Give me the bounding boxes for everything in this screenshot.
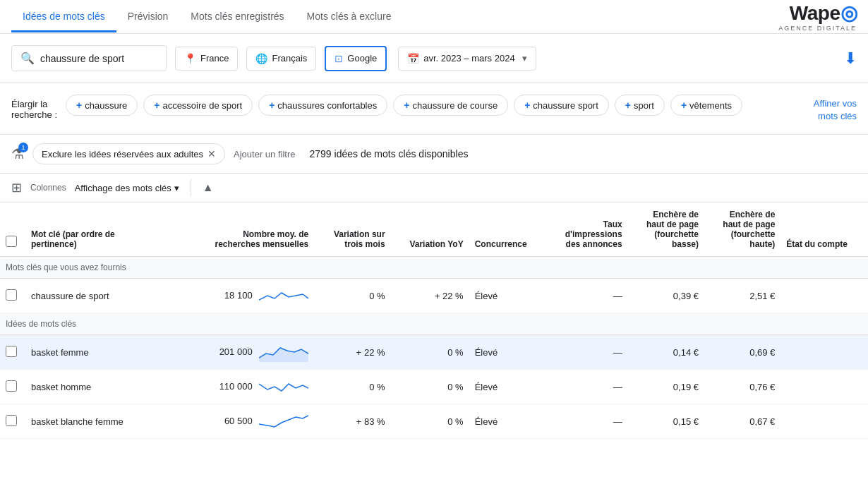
chip-label: chaussure sport: [533, 100, 598, 111]
row-checkbox[interactable]: [6, 289, 17, 301]
row-checkbox[interactable]: [6, 415, 17, 426]
ideas-count: 2799 idées de mots clés disponibles: [310, 148, 469, 159]
table-container: Mot clé (par ordre depertinence) Nombre …: [0, 203, 868, 439]
calendar-icon: 📅: [407, 53, 419, 64]
location-icon: 📍: [184, 53, 196, 64]
plus-icon: +: [76, 99, 82, 111]
tab-prevision[interactable]: Prévision: [116, 2, 180, 32]
language-label: Français: [272, 53, 307, 64]
variation3m-cell: + 83 %: [314, 404, 390, 439]
columns-toolbar: ⊞ Colonnes Affichage des mots clés ▾ ▲: [0, 174, 868, 203]
location-filter[interactable]: 📍 France: [175, 47, 238, 71]
th-volume: Nombre moy. derecherches mensuelles: [179, 203, 315, 257]
location-label: France: [200, 53, 229, 64]
etat-cell: [780, 335, 868, 370]
search-input[interactable]: [40, 53, 153, 64]
row-checkbox[interactable]: [6, 380, 17, 392]
chip-label: chaussure: [85, 100, 127, 111]
plus-icon: +: [154, 99, 159, 111]
volume-cell: 201 000: [179, 335, 315, 370]
row-checkbox[interactable]: [6, 346, 17, 357]
th-enchere-bas: Enchère dehaut de page(fourchettebasse): [628, 203, 704, 257]
sparkline-idea2: [259, 377, 308, 397]
date-label: avr. 2023 – mars 2024: [423, 53, 514, 64]
variation3m-cell: + 22 %: [314, 335, 390, 370]
tab-enregistres[interactable]: Mots clés enregistrés: [179, 2, 295, 32]
chip-chaussure-course[interactable]: + chaussure de course: [393, 95, 508, 116]
th-etat: État du compte: [780, 203, 868, 257]
tab-exclure[interactable]: Mots clés à exclure: [296, 2, 403, 32]
taux-cell: —: [545, 404, 628, 439]
affiner-button[interactable]: Affiner vosmots clés: [814, 95, 857, 123]
close-filter-icon[interactable]: ✕: [207, 148, 216, 159]
taux-cell: —: [545, 370, 628, 404]
concurrence-cell: Élevé: [469, 279, 545, 313]
row-checkbox-cell: [0, 404, 25, 439]
tab-idees[interactable]: Idées de mots clés: [11, 2, 116, 32]
affichage-button[interactable]: Affichage des mots clés ▾: [75, 183, 179, 193]
section-provided-label: Mots clés que vous avez fournis: [0, 257, 868, 279]
filter-badge: 1: [18, 143, 28, 152]
logo-sub: AGENCE DIGITALE: [778, 25, 857, 32]
concurrence-cell: Élevé: [469, 335, 545, 370]
enchere-haut-cell: 0,76 €: [704, 370, 780, 404]
enchere-haut-cell: 0,69 €: [704, 335, 780, 370]
variationyoy-cell: 0 %: [391, 335, 469, 370]
add-filter-button[interactable]: Ajouter un filtre: [234, 149, 295, 159]
plus-icon: +: [681, 99, 687, 111]
chip-label: accessoire de sport: [162, 100, 242, 111]
search-box: 🔍: [11, 45, 167, 71]
chip-accessoire[interactable]: + accessoire de sport: [143, 95, 253, 116]
section-provided-header: Mots clés que vous avez fournis: [0, 257, 868, 279]
expand-area: Élargir larecherche : + chaussure + acce…: [0, 83, 868, 135]
chip-vetements[interactable]: + vêtements: [670, 95, 742, 116]
th-variationyoy: Variation YoY: [391, 203, 469, 257]
platform-icon: ⊡: [334, 53, 343, 64]
platform-label: Google: [347, 53, 377, 64]
enchere-bas-cell: 0,39 €: [628, 279, 704, 313]
enchere-bas-cell: 0,14 €: [628, 335, 704, 370]
th-keyword: Mot clé (par ordre depertinence): [25, 203, 179, 257]
taux-cell: —: [545, 279, 628, 313]
keyword-cell: basket blanche femme: [25, 404, 179, 439]
etat-cell: [780, 370, 868, 404]
filter-icon-badge[interactable]: ⚗ 1: [11, 145, 24, 162]
volume-cell: 110 000: [179, 370, 315, 404]
th-taux: Tauxd'impressionsdes annonces: [545, 203, 628, 257]
table-row: basket femme 201 000 + 22 % 0 % Élevé — …: [0, 335, 868, 370]
date-chevron-icon: ▾: [522, 53, 527, 64]
keyword-cell: basket femme: [25, 335, 179, 370]
language-filter[interactable]: 🌐 Français: [246, 47, 316, 71]
enchere-haut-cell: 0,67 €: [704, 404, 780, 439]
variationyoy-cell: + 22 %: [391, 279, 469, 313]
plus-icon: +: [524, 99, 530, 111]
enchere-bas-cell: 0,19 €: [628, 370, 704, 404]
variation3m-cell: 0 %: [314, 370, 390, 404]
plus-icon: +: [269, 99, 275, 111]
row-checkbox-cell: [0, 279, 25, 313]
date-filter[interactable]: 📅 avr. 2023 – mars 2024 ▾: [398, 47, 536, 71]
platform-filter[interactable]: ⊡ Google: [325, 46, 387, 71]
chip-chaussures-confortables[interactable]: + chaussures confortables: [258, 95, 387, 116]
columns-grid-icon[interactable]: ⊞: [11, 180, 22, 195]
chip-chaussure[interactable]: + chaussure: [66, 95, 138, 116]
logo: Wape◎ AGENCE DIGITALE: [778, 1, 857, 32]
sparkline-provided: [259, 286, 308, 306]
affichage-chevron-icon: ▾: [174, 183, 179, 193]
section-ideas-label: Idées de mots clés: [0, 313, 868, 335]
toolbar-divider: [191, 179, 191, 196]
download-button[interactable]: ⬇: [844, 49, 857, 68]
select-all-checkbox[interactable]: [6, 236, 17, 247]
volume-cell: 60 500: [179, 404, 315, 439]
row-checkbox-cell: [0, 335, 25, 370]
chip-sport[interactable]: + sport: [615, 95, 665, 116]
volume-cell: 18 100: [179, 279, 315, 313]
concurrence-cell: Élevé: [469, 404, 545, 439]
chip-label: chaussure de course: [412, 100, 498, 111]
collapse-icon[interactable]: ▲: [203, 181, 214, 194]
search-area: 🔍 📍 France 🌐 Français ⊡ Google 📅 avr. 20…: [0, 34, 868, 83]
etat-cell: [780, 279, 868, 313]
th-variation3m: Variation surtrois mois: [314, 203, 390, 257]
select-all-header: [0, 203, 25, 257]
chip-chaussure-sport[interactable]: + chaussure sport: [514, 95, 609, 116]
